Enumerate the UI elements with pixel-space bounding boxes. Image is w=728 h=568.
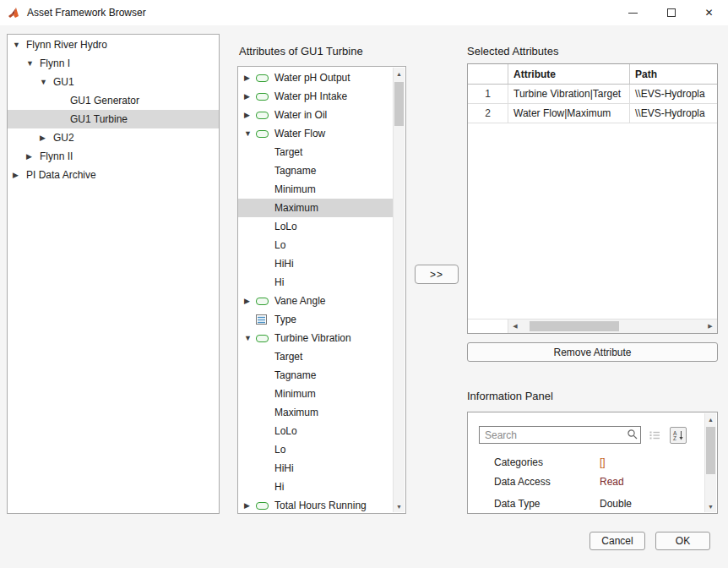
tree-item-flynn-i[interactable]: ▼ Flynn I: [8, 54, 219, 73]
tree-item-pi-data-archive[interactable]: ▶ PI Data Archive: [8, 166, 219, 184]
attribute-item[interactable]: ▼ Turbine Vibration: [238, 329, 393, 347]
collapsed-arrow-icon[interactable]: ▶: [26, 153, 38, 161]
app-logo-icon: [8, 6, 21, 19]
attribute-item[interactable]: ▶ Water pH Intake: [238, 87, 393, 106]
attribute-cell: Water Flow|Maximum: [508, 104, 630, 123]
attribute-item[interactable]: Lo: [238, 440, 393, 459]
close-button[interactable]: ✕: [690, 0, 728, 25]
collapsed-arrow-icon[interactable]: ▶: [244, 112, 256, 119]
expanded-arrow-icon[interactable]: ▼: [244, 130, 256, 138]
tree-item-gu1-turbine[interactable]: GU1 Turbine: [8, 110, 219, 128]
attribute-icon: [256, 74, 269, 82]
scroll-up-icon[interactable]: ▲: [394, 68, 405, 79]
search-input[interactable]: [479, 426, 641, 444]
collapsed-arrow-icon[interactable]: ▶: [13, 172, 24, 179]
attribute-item[interactable]: Hi: [238, 273, 393, 292]
scroll-right-icon[interactable]: ▶: [704, 320, 717, 333]
attribute-item[interactable]: Type: [238, 310, 393, 329]
attribute-item[interactable]: ▶ Vane Angle: [238, 292, 393, 310]
asset-tree: ▼ Flynn River Hydro ▼ Flynn I ▼ GU1 GU1 …: [7, 34, 220, 514]
scroll-down-icon[interactable]: ▼: [394, 500, 405, 512]
path-cell: \\EVS-Hydropla: [630, 85, 717, 103]
tree-item-gu1[interactable]: ▼ GU1: [8, 73, 219, 91]
remove-attribute-button[interactable]: Remove Attribute: [467, 342, 718, 362]
window-controls: ✕: [614, 0, 728, 25]
attribute-item[interactable]: Lo: [238, 236, 393, 254]
table-horizontal-scrollbar[interactable]: ◀ ▶: [468, 319, 717, 333]
attribute-item[interactable]: ▶ Water pH Output: [238, 68, 393, 87]
expanded-arrow-icon[interactable]: ▼: [26, 60, 38, 68]
row-number-column-header[interactable]: [468, 64, 508, 84]
collapsed-arrow-icon[interactable]: ▶: [40, 134, 52, 142]
collapsed-arrow-icon[interactable]: ▶: [244, 93, 256, 101]
collapsed-arrow-icon[interactable]: ▶: [244, 502, 256, 510]
cancel-button[interactable]: Cancel: [589, 532, 645, 550]
path-cell: \\EVS-Hydropla: [630, 104, 717, 123]
scrollbar-track[interactable]: [522, 320, 704, 333]
enumeration-icon: [256, 314, 267, 325]
maximize-icon: [667, 8, 676, 17]
attribute-item[interactable]: ▶ Water in Oil: [238, 106, 393, 124]
tree-item-label: PI Data Archive: [24, 169, 96, 181]
tree-item-gu1-generator[interactable]: GU1 Generator: [8, 91, 219, 110]
tree-item-flynn-river-hydro[interactable]: ▼ Flynn River Hydro: [8, 36, 219, 54]
asset-framework-browser-window: Asset Framework Browser ✕ ▼ Flynn River …: [0, 0, 728, 568]
search-icon: [627, 429, 638, 440]
scroll-up-icon[interactable]: ▲: [705, 413, 716, 425]
group-view-button[interactable]: [646, 427, 663, 444]
information-panel-scrollbar[interactable]: ▲ ▼: [704, 413, 716, 512]
attribute-item[interactable]: ▶ Total Hours Running: [238, 496, 393, 514]
add-attribute-button[interactable]: >>: [415, 265, 459, 284]
expanded-arrow-icon[interactable]: ▼: [40, 79, 52, 86]
attribute-item-selected[interactable]: Maximum: [238, 199, 393, 217]
scrollbar-thumb[interactable]: [394, 82, 404, 126]
tree-item-label: GU2: [52, 132, 74, 144]
search-box: [479, 426, 641, 444]
sort-alphabetical-button[interactable]: A Z: [670, 427, 687, 444]
attributes-panel-title: Attributes of GU1 Turbine: [239, 45, 363, 57]
expanded-arrow-icon[interactable]: ▼: [244, 335, 256, 342]
collapsed-arrow-icon[interactable]: ▶: [244, 298, 256, 305]
property-row[interactable]: Data Access Read: [494, 475, 700, 489]
attributes-list-scrollbar[interactable]: ▲ ▼: [393, 68, 405, 512]
attribute-item[interactable]: HiHi: [238, 254, 393, 273]
attribute-item[interactable]: LoLo: [238, 422, 393, 440]
scrollbar-thumb[interactable]: [706, 427, 715, 474]
attribute-item[interactable]: Tagname: [238, 161, 393, 180]
attribute-icon: [256, 298, 269, 305]
expanded-arrow-icon[interactable]: ▼: [13, 41, 24, 49]
minimize-icon: [628, 13, 638, 14]
ok-button[interactable]: OK: [655, 532, 710, 550]
attribute-item[interactable]: ▼ Water Flow: [238, 124, 393, 143]
table-row[interactable]: 1 Turbine Vibration|Target \\EVS-Hydropl…: [468, 85, 717, 104]
attribute-item[interactable]: Target: [238, 347, 393, 366]
attribute-item[interactable]: LoLo: [238, 217, 393, 236]
attribute-item[interactable]: Maximum: [238, 403, 393, 422]
attribute-item[interactable]: Target: [238, 143, 393, 161]
scroll-down-icon[interactable]: ▼: [705, 500, 716, 512]
scrollbar-thumb[interactable]: [530, 321, 619, 331]
property-row[interactable]: Data Type Double: [494, 497, 700, 511]
attribute-column-header[interactable]: Attribute: [508, 64, 630, 84]
property-name: Categories: [494, 456, 600, 468]
attribute-item[interactable]: HiHi: [238, 459, 393, 478]
tree-item-flynn-ii[interactable]: ▶ Flynn II: [8, 147, 219, 166]
attribute-icon: [256, 130, 269, 138]
tree-item-gu2[interactable]: ▶ GU2: [8, 128, 219, 147]
attribute-item[interactable]: Minimum: [238, 385, 393, 403]
property-value: Read: [600, 476, 624, 488]
group-view-icon: [649, 430, 660, 440]
table-row[interactable]: 2 Water Flow|Maximum \\EVS-Hydropla: [468, 104, 717, 123]
attribute-item[interactable]: Hi: [238, 478, 393, 496]
tree-item-label: GU1 Generator: [68, 95, 139, 106]
attribute-item[interactable]: Minimum: [238, 180, 393, 199]
property-name: Data Type: [494, 498, 600, 510]
property-row[interactable]: Categories []: [494, 456, 700, 469]
path-column-header[interactable]: Path: [630, 64, 717, 84]
maximize-button[interactable]: [652, 0, 690, 25]
tree-item-label: Flynn I: [38, 57, 70, 69]
attribute-item[interactable]: Tagname: [238, 366, 393, 385]
collapsed-arrow-icon[interactable]: ▶: [244, 74, 256, 82]
minimize-button[interactable]: [614, 0, 652, 25]
scroll-left-icon[interactable]: ◀: [508, 320, 522, 333]
